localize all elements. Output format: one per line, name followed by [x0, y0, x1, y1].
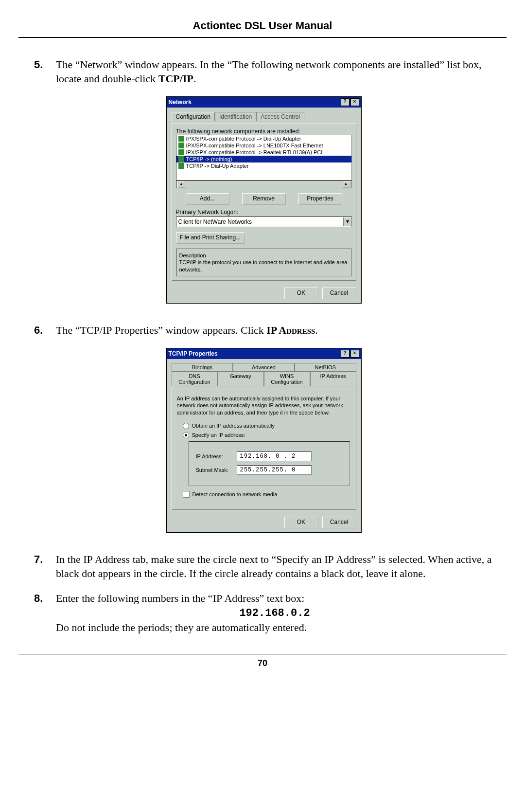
- detect-connection-checkbox[interactable]: Detect connection to network media: [183, 491, 349, 498]
- protocol-icon: [178, 163, 184, 169]
- step-7-ip-2: IP: [324, 553, 334, 565]
- cancel-button[interactable]: Cancel: [322, 288, 356, 299]
- ip-address-label: IP Address:: [196, 453, 230, 459]
- network-tabs: Configuration Identification Access Cont…: [172, 111, 356, 121]
- tab-dns[interactable]: DNS Configuration: [172, 372, 218, 386]
- radio-obtain-label: Obtain an IP address automatically: [192, 423, 275, 429]
- file-print-sharing-button[interactable]: File and Print Sharing...: [176, 232, 245, 244]
- step-6-number: 6.: [34, 323, 43, 337]
- step-7-ip-1: IP: [83, 553, 93, 565]
- close-button[interactable]: ×: [350, 98, 359, 106]
- steps-list: 5. The “Network” window appears. In the …: [34, 57, 493, 634]
- subnet-mask-label: Subnet Mask:: [196, 467, 230, 473]
- radio-specify[interactable]: Specify an IP address:: [183, 432, 352, 438]
- step-7: 7. In the IP Address tab, make sure the …: [34, 552, 493, 580]
- step-6-text-a: The “: [56, 324, 80, 336]
- checkbox-icon: [183, 491, 190, 498]
- step-6-ipaddress: IP Address: [266, 324, 315, 336]
- tab-wins[interactable]: WINS Configuration: [264, 372, 310, 386]
- tcpip-tabs-top: Bindings Advanced NetBIOS: [172, 363, 356, 372]
- scroll-right-icon[interactable]: ▸: [343, 181, 350, 188]
- network-screenshot: Network ? × Configuration Identification…: [34, 96, 493, 304]
- radio-specify-label: Specify an IP address:: [192, 432, 245, 438]
- tcpip-screenshot: TCP/IP Properties ? × Bindings Advanced …: [34, 348, 493, 533]
- step-6: 6. The “TCP/IP Properties” window appear…: [34, 323, 493, 337]
- list-row-selected[interactable]: TCP/IP -> (nothing): [176, 156, 351, 162]
- components-listbox[interactable]: IPX/SPX-compatible Protocol -> Dial-Up A…: [176, 135, 352, 180]
- add-button[interactable]: Add...: [186, 193, 229, 205]
- page-number: 70: [5, 658, 520, 678]
- ok-button[interactable]: OK: [284, 288, 318, 299]
- description-group: Description TCP/IP is the protocol you u…: [176, 249, 352, 276]
- step-6-text-c: Properties” window appears. Click: [112, 324, 267, 336]
- tcpip-titlebar: TCP/IP Properties ? ×: [167, 348, 361, 359]
- tcpip-title: TCP/IP Properties: [169, 350, 218, 357]
- scroll-left-icon[interactable]: ◂: [177, 181, 185, 188]
- tab-bindings[interactable]: Bindings: [172, 363, 233, 372]
- cancel-button[interactable]: Cancel: [322, 517, 356, 528]
- step-8: 8. Enter the following numbers in the “I…: [34, 591, 493, 634]
- list-row[interactable]: IPX/SPX-compatible Protocol -> LNE100TX …: [176, 142, 351, 149]
- chevron-down-icon[interactable]: ▾: [343, 217, 351, 226]
- protocol-icon: [178, 149, 184, 155]
- horizontal-scrollbar[interactable]: ◂ ▸: [176, 180, 352, 188]
- subnet-mask-input[interactable]: 255.255.255. 0: [237, 465, 312, 475]
- description-title: Description: [179, 252, 349, 259]
- step-6-text-e: .: [315, 324, 318, 336]
- list-row[interactable]: TCP/IP -> Dial-Up Adapter: [176, 162, 351, 169]
- tcpip-info-text: An IP address can be automatically assig…: [177, 395, 351, 416]
- step-8-ip-value: 192.168.0.2: [239, 607, 310, 619]
- ip-address-input[interactable]: 192.168. 0 . 2: [237, 451, 312, 461]
- step-7-text-a: In the: [56, 553, 83, 565]
- remove-button[interactable]: Remove: [242, 193, 286, 205]
- radio-obtain-auto[interactable]: Obtain an IP address automatically: [183, 423, 352, 429]
- step-8-ip: IP: [213, 592, 223, 604]
- header-rule: [18, 37, 507, 38]
- step-5: 5. The “Network” window appears. In the …: [34, 57, 493, 86]
- protocol-icon: [178, 156, 184, 162]
- network-titlebar: Network ? ×: [167, 97, 361, 108]
- page-title: Actiontec DSL User Manual: [5, 5, 520, 32]
- primary-logon-label: Primary Network Logon:: [176, 209, 352, 216]
- help-button[interactable]: ?: [341, 350, 350, 358]
- step-6-tcpip: TCP/IP: [80, 324, 112, 336]
- tab-access-control[interactable]: Access Control: [256, 112, 304, 121]
- step-5-tcpip: TCP/IP: [158, 72, 193, 85]
- step-7-number: 7.: [34, 552, 43, 566]
- step-8-text-d: Do not include the periods; they are aut…: [56, 621, 307, 633]
- detect-connection-label: Detect connection to network media: [192, 491, 278, 497]
- radio-icon: [183, 423, 189, 429]
- network-title: Network: [169, 99, 192, 106]
- step-8-number: 8.: [34, 591, 43, 605]
- tab-configuration[interactable]: Configuration: [172, 112, 215, 121]
- description-text: TCP/IP is the protocol you use to connec…: [179, 259, 349, 273]
- footer-rule: [18, 654, 507, 654]
- tcpip-tabs-bottom: DNS Configuration Gateway WINS Configura…: [172, 372, 356, 386]
- tab-ip-address[interactable]: IP Address: [310, 372, 356, 386]
- close-button[interactable]: ×: [350, 350, 359, 358]
- tcpip-dialog: TCP/IP Properties ? × Bindings Advanced …: [166, 348, 362, 533]
- content: 5. The “Network” window appears. In the …: [5, 57, 520, 634]
- help-button[interactable]: ?: [341, 98, 350, 106]
- list-caption: The following network components are ins…: [176, 128, 352, 135]
- network-dialog: Network ? × Configuration Identification…: [166, 96, 362, 304]
- step-5-text-a: The “Network” window appears. In the “Th…: [56, 58, 481, 85]
- step-5-number: 5.: [34, 57, 43, 72]
- properties-button[interactable]: Properties: [298, 193, 342, 205]
- primary-logon-select[interactable]: Client for NetWare Networks ▾: [176, 217, 352, 227]
- list-row[interactable]: IPX/SPX-compatible Protocol -> Dial-Up A…: [176, 135, 351, 142]
- protocol-icon: [178, 143, 184, 148]
- step-5-text-c: .: [193, 72, 196, 85]
- ok-button[interactable]: OK: [284, 517, 318, 528]
- tab-advanced[interactable]: Advanced: [233, 363, 295, 372]
- primary-logon-value: Client for NetWare Networks: [178, 218, 252, 225]
- tab-gateway[interactable]: Gateway: [218, 372, 264, 386]
- tab-identification[interactable]: Identification: [215, 112, 256, 121]
- protocol-icon: [178, 136, 184, 142]
- tab-netbios[interactable]: NetBIOS: [295, 363, 356, 372]
- step-7-text-c: Address tab, make sure the circle next t…: [93, 553, 325, 565]
- radio-icon-selected: [183, 432, 189, 438]
- list-row[interactable]: IPX/SPX-compatible Protocol -> Realtek R…: [176, 149, 351, 156]
- step-8-text-a: Enter the following numbers in the “: [56, 592, 213, 604]
- step-8-text-c: Address” text box:: [222, 592, 304, 604]
